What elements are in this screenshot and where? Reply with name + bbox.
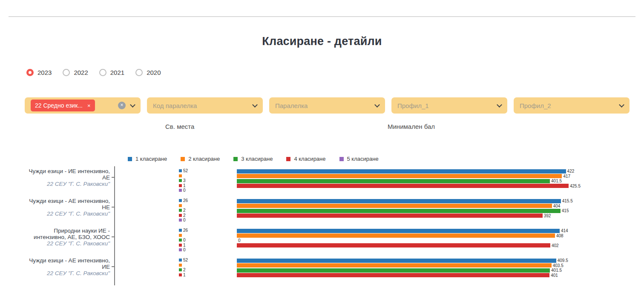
- bar[interactable]: [237, 273, 549, 277]
- bar[interactable]: [237, 174, 562, 178]
- places-column-label: Св. места: [165, 123, 194, 130]
- year-radio-2020[interactable]: 2020: [135, 69, 161, 76]
- series-marker-icon: [179, 244, 182, 247]
- bar[interactable]: [237, 209, 561, 213]
- axis-tick: [112, 177, 114, 178]
- series-marker-icon: [179, 229, 182, 232]
- bar[interactable]: [237, 204, 552, 208]
- bar-row: 401.5: [237, 179, 626, 184]
- year-radio-2021[interactable]: 2021: [99, 69, 124, 76]
- places-value: 0: [183, 238, 186, 242]
- axis-tick: [112, 266, 114, 267]
- bar-row: 0: [237, 238, 626, 243]
- places-mini-legend: 26220: [179, 198, 237, 226]
- bar-row: 401: [237, 273, 626, 278]
- series-marker-icon: [179, 174, 182, 177]
- bar-row: 392: [237, 213, 626, 219]
- class-code-select[interactable]: Код паралелка: [147, 97, 263, 114]
- places-row: [179, 233, 237, 238]
- school-select[interactable]: 22 Средно език... × ×: [25, 97, 141, 114]
- chevron-down-icon[interactable]: [374, 102, 380, 108]
- series-marker-icon: [179, 169, 182, 172]
- axis-tick: [112, 207, 114, 208]
- bar-row: 408: [237, 233, 626, 239]
- chevron-down-icon[interactable]: [252, 102, 258, 108]
- legend-label: 3 класиране: [241, 156, 273, 162]
- category-label: Чужди езици - АЕ интензивно,ИЕ22 СЕУ "Г.…: [26, 256, 114, 285]
- year-radio-2022[interactable]: 2022: [63, 69, 88, 76]
- radio-unselected-icon[interactable]: [63, 69, 70, 76]
- legend-item-1[interactable]: 1 класиране: [128, 156, 167, 162]
- places-row: [179, 203, 237, 208]
- series-marker-icon: [179, 239, 182, 242]
- bar[interactable]: [237, 199, 561, 203]
- legend-item-2[interactable]: 2 класиране: [181, 156, 220, 162]
- radio-selected-icon[interactable]: [26, 69, 34, 76]
- series-marker-icon: [179, 179, 182, 182]
- school-label: 22 СЕУ "Г. С. Раковски": [26, 211, 110, 217]
- places-value: 2: [183, 213, 186, 218]
- bar[interactable]: [237, 233, 555, 238]
- radio-unselected-icon[interactable]: [135, 69, 143, 76]
- chip-label: 22 Средно език...: [35, 102, 83, 109]
- places-row: 1: [179, 273, 237, 278]
- places-value: 2: [183, 267, 186, 272]
- bar-value: 403.5: [553, 263, 564, 268]
- selected-school-chip[interactable]: 22 Средно език... ×: [31, 100, 95, 111]
- bar[interactable]: [237, 229, 560, 233]
- bar-value: 422: [567, 169, 575, 174]
- legend-item-5[interactable]: 5 класиране: [339, 156, 379, 162]
- class-select[interactable]: Паралелка: [269, 97, 385, 114]
- bar[interactable]: [237, 213, 543, 218]
- category-label-line: интензивно, АЕ, БЗО, ХООС: [26, 234, 110, 240]
- bar[interactable]: [237, 263, 552, 267]
- places-row: 0: [179, 188, 237, 193]
- chip-remove-icon[interactable]: ×: [87, 102, 91, 109]
- plot-area: 5221409.5403.5401.5401: [114, 256, 626, 285]
- bar[interactable]: [237, 259, 556, 263]
- places-value: 52: [183, 258, 188, 262]
- legend-label: 2 класиране: [188, 156, 220, 162]
- places-row: 0: [179, 247, 237, 253]
- category-label: Чужди езици - ИЕ интензивно,АЕ22 СЕУ "Г.…: [26, 166, 114, 196]
- bars-area: 415.5404415392: [237, 198, 626, 226]
- series-marker-icon: [179, 273, 182, 276]
- legend-item-3[interactable]: 3 класиране: [233, 156, 273, 162]
- profile1-select[interactable]: Профил_1: [391, 97, 507, 114]
- bar-value: 415: [562, 208, 569, 213]
- chevron-down-icon[interactable]: [497, 102, 502, 108]
- category-label: Природни науки ИЕ -интензивно, АЕ, БЗО, …: [26, 226, 114, 256]
- plot-area: 26220415.5404415392: [114, 196, 626, 226]
- year-radio-2023[interactable]: 2023: [26, 69, 52, 76]
- legend-label: 4 класиране: [294, 156, 325, 162]
- radio-unselected-icon[interactable]: [99, 69, 106, 76]
- school-label: 22 СЕУ "Г. С. Раковски": [26, 270, 110, 276]
- profile2-select[interactable]: Профил_2: [514, 97, 630, 114]
- ranking-chart: 1 класиране 2 класиране 3 класиране 4 кл…: [26, 156, 626, 285]
- bar-row: 401.5: [237, 268, 626, 273]
- bar[interactable]: [237, 179, 550, 183]
- series-marker-icon: [179, 234, 182, 237]
- bar[interactable]: [237, 268, 550, 273]
- year-label: 2020: [147, 69, 161, 76]
- chevron-down-icon[interactable]: [619, 102, 624, 108]
- school-label: 22 СЕУ "Г. С. Раковски": [26, 181, 110, 187]
- bar-row: 403.5: [237, 263, 626, 268]
- places-row: 52: [179, 168, 237, 174]
- bar[interactable]: [237, 169, 566, 174]
- category-label-line: НЕ: [26, 204, 110, 211]
- bar-row: 417: [237, 174, 626, 179]
- places-row: 52: [179, 258, 237, 263]
- chart-group: Чужди езици - АЕ интензивно,НЕ22 СЕУ "Г.…: [26, 196, 626, 226]
- page-title: Класиране - детайли: [0, 35, 644, 48]
- bar-value: 401.5: [551, 268, 562, 273]
- bar[interactable]: [237, 184, 569, 188]
- chevron-down-icon[interactable]: [130, 102, 135, 108]
- clear-all-icon[interactable]: ×: [118, 102, 126, 109]
- plot-area: 260104144080402: [114, 226, 626, 256]
- bar[interactable]: [237, 243, 550, 247]
- places-row: [179, 263, 237, 268]
- legend-item-4[interactable]: 4 класиране: [286, 156, 325, 162]
- legend-label: 1 класиране: [135, 156, 167, 162]
- bar-row: 409.5: [237, 258, 626, 263]
